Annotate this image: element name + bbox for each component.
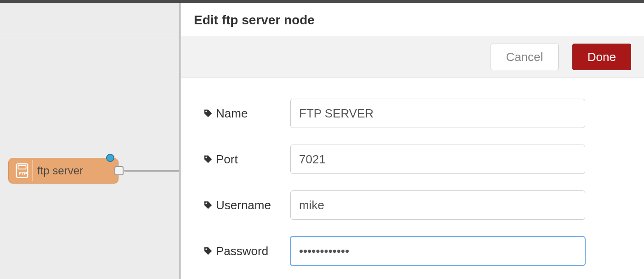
done-button[interactable]: Done [572,44,631,70]
svg-point-3 [205,111,207,112]
port-input[interactable] [290,145,585,174]
canvas-divider [0,35,179,35]
name-label: Name [216,106,248,121]
svg-point-6 [205,248,207,250]
password-label: Password [216,244,268,258]
panel-body: Name Port Username [181,78,644,279]
username-label: Username [216,198,271,212]
node-label: ftp server [37,164,83,177]
form-row-port: Port [194,145,631,174]
tag-icon [203,200,213,210]
tag-icon [203,246,213,256]
panel-toolbar: Cancel Done [181,36,644,78]
port-label-group: Port [194,152,290,167]
form-row-username: Username [194,190,631,220]
panel-header: Edit ftp server node [181,3,644,36]
cancel-button[interactable]: Cancel [491,44,559,70]
username-label-group: Username [194,198,290,212]
form-row-name: Name [194,99,631,128]
ftp-icon: FTP [15,163,29,178]
node-output-port[interactable] [114,166,124,175]
password-input[interactable] [290,236,585,266]
password-label-group: Password [194,244,290,258]
panel-title: Edit ftp server node [194,13,631,28]
svg-text:FTP: FTP [18,171,27,176]
svg-point-4 [205,156,207,158]
flow-canvas[interactable]: FTP ftp server [0,3,179,279]
name-label-group: Name [194,106,290,121]
tag-icon [203,108,213,118]
svg-rect-1 [18,166,26,169]
ftp-server-node[interactable]: FTP ftp server [8,158,119,184]
node-status-port [106,154,114,162]
node-wire [124,170,180,172]
form-row-password: Password [194,236,631,266]
username-input[interactable] [290,190,585,220]
port-label: Port [216,152,238,167]
name-input[interactable] [290,99,585,128]
ftp-node-icon: FTP [11,160,33,181]
svg-point-5 [205,202,207,204]
tag-icon [203,154,213,164]
edit-panel: Edit ftp server node Cancel Done Name [181,3,644,279]
